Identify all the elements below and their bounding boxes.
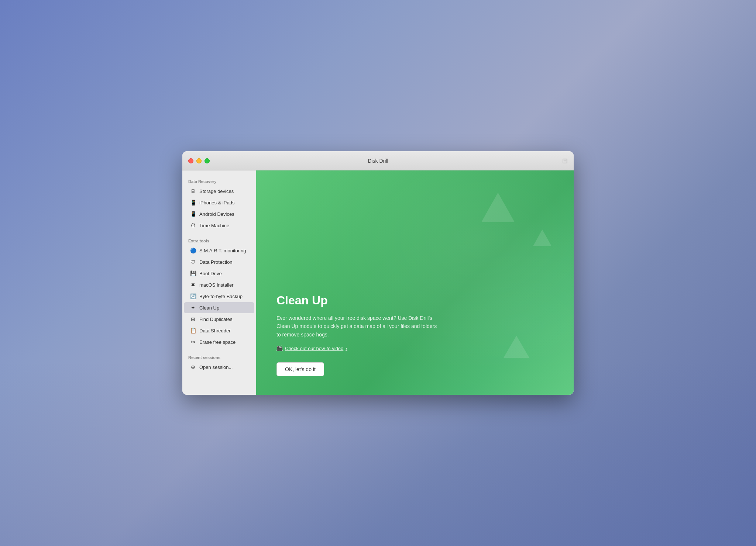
- bg-decoration-2: [504, 336, 529, 358]
- sidebar-item-clean-up[interactable]: ✦ Clean Up: [184, 302, 254, 313]
- sidebar-item-label: iPhones & iPads: [199, 200, 234, 205]
- sidebar-item-smart-monitoring[interactable]: 🔵 S.M.A.R.T. monitoring: [184, 245, 254, 256]
- maximize-button[interactable]: [205, 158, 210, 163]
- duplicates-icon: ⊞: [190, 316, 196, 322]
- main-content: Data Recovery 🖥 Storage devices 📱 iPhone…: [182, 170, 574, 395]
- recent-sessions-section-label: Recent sessions: [182, 352, 256, 361]
- sidebar-item-open-session[interactable]: ⊕ Open session...: [184, 362, 254, 373]
- sidebar-item-label: Clean Up: [199, 305, 219, 311]
- video-link-text: Check out our how-to video: [285, 346, 343, 351]
- help-book-icon[interactable]: ⊟: [562, 157, 568, 165]
- sidebar-item-label: Erase free space: [199, 339, 236, 345]
- boot-drive-icon: 💾: [190, 270, 196, 277]
- titlebar: Disk Drill ⊟: [182, 151, 574, 170]
- sidebar-item-iphones-ipads[interactable]: 📱 iPhones & iPads: [184, 197, 254, 208]
- content-description: Ever wondered where all your free disk s…: [276, 314, 439, 339]
- video-icon: 🎬: [276, 345, 283, 351]
- sidebar-item-find-duplicates[interactable]: ⊞ Find Duplicates: [184, 314, 254, 325]
- iphone-icon: 📱: [190, 199, 196, 206]
- bg-decoration-3: [533, 229, 551, 246]
- extra-tools-section-label: Extra tools: [182, 236, 256, 245]
- backup-icon: 🔄: [190, 293, 196, 300]
- open-session-icon: ⊕: [190, 364, 196, 370]
- sidebar-item-data-protection[interactable]: 🛡 Data Protection: [184, 256, 254, 267]
- macos-icon: ✖: [190, 281, 196, 288]
- close-button[interactable]: [188, 158, 193, 163]
- cta-button[interactable]: OK, let's do it: [276, 362, 324, 376]
- cleanup-icon: ✦: [190, 304, 196, 311]
- chevron-right-icon: ›: [346, 346, 347, 351]
- content-text-area: Clean Up Ever wondered where all your fr…: [276, 294, 439, 376]
- sidebar-item-label: Time Machine: [199, 223, 229, 228]
- sidebar-item-android-devices[interactable]: 📱 Android Devices: [184, 208, 254, 220]
- bg-decoration-1: [481, 193, 515, 222]
- window-controls: [188, 158, 210, 163]
- sidebar-item-label: macOS Installer: [199, 282, 233, 288]
- data-protection-icon: 🛡: [190, 259, 196, 265]
- smart-icon: 🔵: [190, 247, 196, 254]
- sidebar-item-label: Data Shredder: [199, 328, 231, 334]
- sidebar-item-storage-devices[interactable]: 🖥 Storage devices: [184, 186, 254, 197]
- sidebar-item-label: Open session...: [199, 364, 233, 370]
- storage-devices-icon: 🖥: [190, 188, 196, 194]
- shredder-icon: 📋: [190, 327, 196, 334]
- content-panel: Clean Up Ever wondered where all your fr…: [256, 170, 574, 395]
- minimize-button[interactable]: [196, 158, 202, 163]
- sidebar-item-byte-to-byte[interactable]: 🔄 Byte-to-byte Backup: [184, 291, 254, 302]
- sidebar-item-label: Byte-to-byte Backup: [199, 294, 243, 299]
- sidebar: Data Recovery 🖥 Storage devices 📱 iPhone…: [182, 170, 256, 395]
- sidebar-item-label: Storage devices: [199, 189, 234, 194]
- content-title: Clean Up: [276, 294, 439, 307]
- titlebar-right: ⊟: [562, 157, 568, 165]
- sidebar-item-macos-installer[interactable]: ✖ macOS Installer: [184, 279, 254, 290]
- video-link[interactable]: 🎬 Check out our how-to video ›: [276, 345, 439, 351]
- sidebar-item-erase-free-space[interactable]: ✂ Erase free space: [184, 336, 254, 348]
- data-recovery-section-label: Data Recovery: [182, 176, 256, 185]
- sidebar-item-data-shredder[interactable]: 📋 Data Shredder: [184, 325, 254, 336]
- sidebar-item-label: Find Duplicates: [199, 317, 233, 322]
- app-window: Disk Drill ⊟ Data Recovery 🖥 Storage dev…: [182, 151, 574, 395]
- erase-icon: ✂: [190, 339, 196, 345]
- sidebar-item-label: Data Protection: [199, 259, 233, 265]
- sidebar-item-label: Android Devices: [199, 211, 234, 217]
- sidebar-item-boot-drive[interactable]: 💾 Boot Drive: [184, 268, 254, 279]
- android-icon: 📱: [190, 211, 196, 217]
- time-machine-icon: ⏱: [190, 222, 196, 229]
- window-title: Disk Drill: [368, 158, 388, 164]
- sidebar-item-time-machine[interactable]: ⏱ Time Machine: [184, 220, 254, 231]
- sidebar-item-label: S.M.A.R.T. monitoring: [199, 248, 246, 253]
- sidebar-item-label: Boot Drive: [199, 271, 222, 276]
